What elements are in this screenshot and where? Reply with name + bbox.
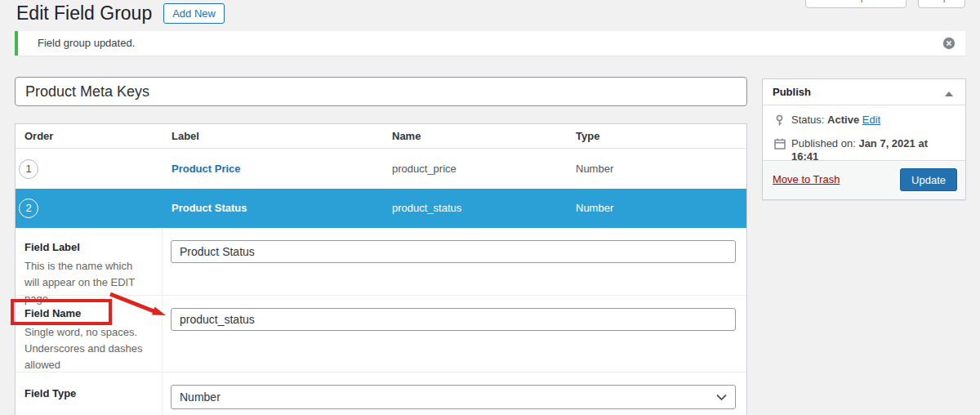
- screen-options-button[interactable]: Screen Options▾: [805, 0, 906, 8]
- column-type: Type: [576, 124, 599, 149]
- order-drag-handle[interactable]: 1: [19, 159, 38, 179]
- help-button[interactable]: Help▾: [918, 0, 965, 8]
- column-label: Label: [172, 124, 199, 149]
- publishing-actions: Move to Trash Update: [763, 160, 965, 199]
- wordpress-admin-page: Screen Options▾ Help▾ Edit Field Group A…: [0, 0, 980, 415]
- field-group-title-input[interactable]: [15, 77, 747, 106]
- publish-box: Publish Status: Active Edit: [762, 78, 966, 200]
- field-type-setting-row: Field Type Number: [16, 373, 746, 415]
- field-label-input[interactable]: [171, 240, 736, 263]
- status-label: Status:: [791, 114, 824, 126]
- update-notice: Field group updated.: [15, 31, 965, 56]
- table-row-product-price[interactable]: 1 Product Price product_price Number: [16, 149, 746, 189]
- fields-table: Order Label Name Type 1 Product Price pr…: [15, 123, 747, 415]
- move-to-trash-link[interactable]: Move to Trash: [773, 173, 840, 185]
- field-name-input[interactable]: [171, 308, 736, 331]
- status-pin-icon: [774, 114, 785, 130]
- circle-x-icon: [942, 37, 956, 50]
- published-on-row: Published on: Jan 7, 2021 at 16:41: [763, 137, 965, 154]
- order-drag-handle[interactable]: 2: [19, 199, 38, 218]
- column-name: Name: [392, 124, 421, 149]
- dismiss-notice-icon[interactable]: [942, 37, 956, 50]
- collapse-toggle-icon[interactable]: [941, 79, 957, 105]
- field-name-value: product_price: [392, 149, 457, 189]
- publish-box-header[interactable]: Publish: [763, 79, 965, 105]
- chevron-down-icon: ▾: [893, 0, 897, 2]
- field-label-setting-title: Field Label: [24, 241, 152, 253]
- update-button[interactable]: Update: [900, 168, 957, 191]
- field-name-value: product_status: [392, 189, 461, 228]
- field-settings-panel: Field Label This is the name which will …: [16, 228, 746, 415]
- status-row: Status: Active Edit: [763, 114, 965, 130]
- published-on-label: Published on:: [791, 137, 856, 149]
- field-type-value: Number: [576, 189, 613, 228]
- field-name-setting-left: Field Name Single word, no spaces. Under…: [16, 296, 162, 373]
- add-new-button[interactable]: Add New: [163, 3, 225, 24]
- chevron-down-icon: [716, 394, 727, 401]
- screen-options-label: Screen Options: [816, 0, 889, 2]
- page-header: Edit Field Group Add New: [16, 2, 225, 25]
- field-type-select[interactable]: Number: [171, 385, 736, 409]
- column-order: Order: [24, 124, 53, 149]
- field-name-setting-row: Field Name Single word, no spaces. Under…: [16, 296, 746, 373]
- field-label-setting-row: Field Label This is the name which will …: [16, 228, 746, 296]
- field-label-link[interactable]: Product Status: [172, 189, 247, 228]
- help-label: Help: [927, 0, 949, 2]
- chevron-down-icon: ▾: [952, 0, 956, 2]
- field-type-value: Number: [576, 149, 613, 189]
- fields-table-header: Order Label Name Type: [16, 124, 746, 149]
- edit-status-link[interactable]: Edit: [862, 114, 880, 126]
- field-name-setting-title: Field Name: [24, 307, 152, 319]
- page-title: Edit Field Group: [16, 2, 152, 25]
- calendar-icon: [774, 138, 786, 153]
- field-type-setting-left: Field Type: [16, 373, 162, 404]
- field-type-selected-option: Number: [172, 386, 735, 408]
- field-label-link[interactable]: Product Price: [172, 149, 241, 189]
- field-name-setting-description: Single word, no spaces. Underscores and …: [24, 324, 149, 373]
- table-row-product-status-selected[interactable]: 2 Product Status product_status Number: [16, 189, 746, 228]
- field-type-setting-title: Field Type: [24, 387, 152, 399]
- publish-box-title: Publish: [763, 79, 965, 105]
- status-value: Active: [827, 114, 859, 126]
- notice-message: Field group updated.: [18, 31, 965, 56]
